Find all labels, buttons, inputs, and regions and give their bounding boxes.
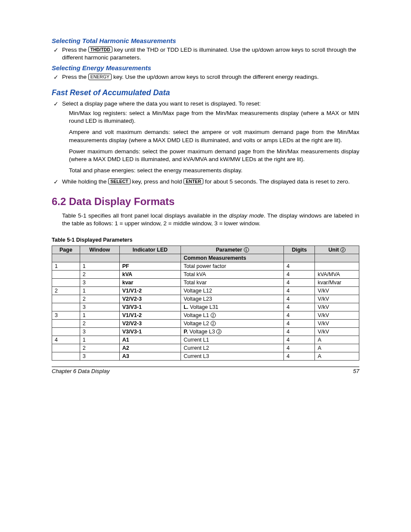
table-header-row: Page Window Indicator LED Parameter 1 Di… [52, 246, 359, 254]
cell [80, 254, 119, 262]
cell-indicator-led: V1/V1-2 [119, 311, 181, 320]
cell-digits: 4 [284, 295, 315, 303]
cell-window: 2 [80, 344, 119, 352]
bullet-energy: Press the ENERGY key. Use the up/down ar… [53, 73, 359, 81]
cell-page: 4 [52, 336, 80, 344]
param-text: Total kVA [184, 271, 206, 277]
param-text: Voltage L12 [184, 288, 212, 294]
footer-page-number: 57 [353, 368, 359, 374]
cell-digits: 4 [284, 336, 315, 344]
page-footer: Chapter 6 Data Display 57 [52, 367, 359, 374]
cell-window: 2 [80, 295, 119, 303]
table-row: 2V2/V2-3Voltage L234V/kV [52, 295, 359, 303]
cell-page [52, 328, 80, 336]
table-row: 41A1Current L14A [52, 336, 359, 344]
cell-parameter: Total kVA [181, 271, 284, 279]
note-1-icon: 1 [244, 247, 249, 252]
cell-page [52, 279, 80, 287]
table-row: 2kVATotal kVA4kVA/MVA [52, 271, 359, 279]
param-text: Current L3 [184, 353, 209, 359]
param-text: Voltage L23 [184, 296, 212, 302]
bullet-fast-reset-2: While holding the SELECT key, press and … [53, 178, 359, 186]
table-displayed-parameters: Page Window Indicator LED Parameter 1 Di… [52, 246, 359, 361]
cell-page [52, 295, 80, 303]
text: Parameter [216, 247, 242, 253]
text: key, press and hold [132, 178, 184, 185]
cell-unit: A [315, 352, 359, 361]
param-text: Voltage L3 [190, 329, 215, 335]
cell-unit [315, 262, 359, 271]
cell-parameter: Voltage L23 [181, 295, 284, 303]
cell-unit: V/kV [315, 303, 359, 311]
cell-window: 3 [80, 352, 119, 361]
cell-page [52, 303, 80, 311]
cell-page [52, 344, 80, 352]
th-parameter: Parameter 1 [181, 246, 284, 254]
para-ampere: Ampere and volt maximum demands: select … [69, 128, 359, 144]
table-row: 3V3/V3-1P. Voltage L3 24V/kV [52, 328, 359, 336]
para-power: Power maximum demands: select the power … [69, 148, 359, 163]
th-page: Page [52, 246, 80, 254]
cell-window: 1 [80, 336, 119, 344]
table-row: 21V1/V1-2Voltage L124V/kV [52, 287, 359, 295]
cell-unit: V/kV [315, 311, 359, 320]
bullet-fast-reset-1: Select a display page where the data you… [53, 100, 359, 108]
th-window: Window [80, 246, 119, 254]
cell-indicator-led: A2 [119, 344, 181, 352]
cell [284, 254, 315, 262]
key-enter: ENTER [184, 178, 203, 184]
table-row: 3kvarTotal kvar4kvar/Mvar [52, 279, 359, 287]
para-minmax: Min/Max log registers: select a Min/Max … [69, 109, 359, 125]
cell-indicator-led: V3/V3-1 [119, 303, 181, 311]
table-row: 2A2Current L24A [52, 344, 359, 352]
cell-parameter: Voltage L12 [181, 287, 284, 295]
table-row: 11PFTotal power factor4 [52, 262, 359, 271]
heading-fast-reset: Fast Reset of Accumulated Data [52, 88, 359, 97]
cell-window: 3 [80, 303, 119, 311]
text: Press the [62, 74, 88, 80]
key-thd-tdd: THD/TDD [88, 47, 112, 53]
cell-digits: 4 [284, 262, 315, 271]
cell-window: 2 [80, 320, 119, 328]
cell-window: 2 [80, 271, 119, 279]
cell-indicator-led: V3/V3-1 [119, 328, 181, 336]
heading-harmonic: Selecting Total Harmonic Measurements [52, 37, 359, 44]
cell-digits: 4 [284, 352, 315, 361]
cell-window: 3 [80, 279, 119, 287]
cell-window: 3 [80, 328, 119, 336]
cell-window: 1 [80, 311, 119, 320]
key-select: SELECT [108, 178, 130, 184]
param-text: Total power factor [184, 263, 226, 269]
cell-parameter: L. Voltage L31 [181, 303, 284, 311]
note-icon: 2 [216, 329, 221, 334]
cell-parameter: Total power factor [181, 262, 284, 271]
intro-paragraph: Table 5-1 specifies all front panel loca… [62, 212, 359, 227]
heading-energy: Selecting Energy Measurements [52, 64, 359, 72]
cell-window: 1 [80, 262, 119, 271]
cell-indicator-led: kVA [119, 271, 181, 279]
cell-unit: V/kV [315, 295, 359, 303]
note-2-icon: 2 [340, 247, 346, 252]
cell-digits: 4 [284, 279, 315, 287]
cell-parameter: Total kvar [181, 279, 284, 287]
cell-unit: kvar/Mvar [315, 279, 359, 287]
cell-indicator-led: V2/V2-3 [119, 320, 181, 328]
cell-parameter: Current L2 [181, 344, 284, 352]
cell-page: 1 [52, 262, 80, 271]
cell [52, 254, 80, 262]
cell-parameter: Current L1 [181, 336, 284, 344]
param-text: Current L1 [184, 337, 209, 343]
text: key. Use the up/down arrow keys to scrol… [113, 74, 319, 80]
cell-parameter: Voltage L2 2 [181, 320, 284, 328]
cell-unit: kVA/MVA [315, 271, 359, 279]
table-row: 31V1/V1-2Voltage L1 24V/kV [52, 311, 359, 320]
table-row: 3A3Current L34A [52, 352, 359, 361]
note-icon: 2 [211, 313, 216, 318]
th-unit: Unit 2 [315, 246, 359, 254]
cell-unit: A [315, 344, 359, 352]
cell [315, 254, 359, 262]
cell-indicator-led: V1/V1-2 [119, 287, 181, 295]
table-row: 3V3/V3-1L. Voltage L314V/kV [52, 303, 359, 311]
text: Table 5-1 specifies all front panel loca… [62, 212, 229, 219]
note-icon: 2 [211, 321, 216, 326]
